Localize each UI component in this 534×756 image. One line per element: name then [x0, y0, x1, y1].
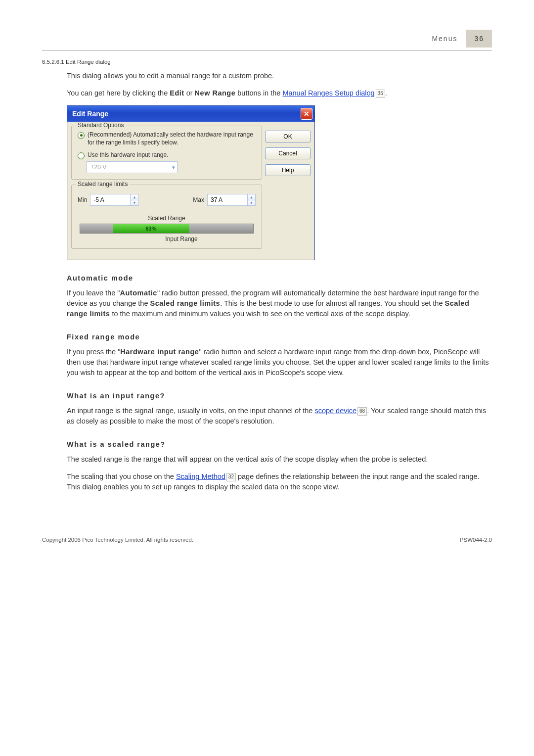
- scaled-range-group: Scaled range limits Min ▲▼ Max ▲▼: [71, 185, 262, 249]
- close-icon[interactable]: ✕: [301, 108, 312, 120]
- ok-button[interactable]: OK: [265, 131, 311, 142]
- help-button[interactable]: Help: [265, 164, 311, 176]
- scope-device-link[interactable]: scope device: [314, 407, 356, 415]
- edit-range-dialog: Edit Range ✕ Standard Options (Recommend…: [67, 105, 315, 260]
- max-down-icon[interactable]: ▼: [248, 200, 255, 206]
- chevron-down-icon: ▾: [172, 164, 175, 171]
- min-label: Min: [78, 196, 87, 203]
- min-up-icon[interactable]: ▲: [131, 194, 138, 200]
- automatic-mode-paragraph: If you leave the "Automatic" radio butto…: [67, 288, 492, 319]
- heading-automatic-mode: Automatic mode: [67, 274, 492, 282]
- page-ref-68: 68: [357, 407, 367, 416]
- radio-automatic-label: (Recommended) Automatically select the h…: [88, 131, 256, 146]
- dialog-titlebar: Edit Range ✕: [67, 106, 314, 122]
- scaled-range-caption: Scaled Range: [78, 215, 256, 222]
- hardware-range-value: ±20 V: [91, 164, 106, 171]
- range-bar-fill: 63%: [113, 224, 189, 233]
- standard-options-group: Standard Options (Recommended) Automatic…: [71, 126, 262, 180]
- footer-copyright: Copyright 2006 Pico Technology Limited. …: [42, 537, 193, 543]
- cancel-button[interactable]: Cancel: [265, 147, 311, 159]
- fixed-range-paragraph: If you press the "Hardware input range" …: [67, 347, 492, 378]
- heading-what-is-scaled-range: What is a scaled range?: [67, 440, 492, 448]
- max-stepper[interactable]: ▲▼: [207, 194, 256, 206]
- radio-hardware-range[interactable]: [78, 152, 85, 159]
- scaled-range-paragraph-2: The scaling that you chose on the Scalin…: [67, 472, 492, 492]
- page-ref-32: 32: [226, 473, 236, 481]
- intro-paragraph-2: You can get here by clicking the Edit or…: [67, 88, 492, 98]
- range-bar: 63%: [80, 224, 254, 234]
- header-divider: [42, 50, 492, 51]
- max-label: Max: [193, 196, 204, 203]
- max-input[interactable]: [208, 194, 247, 205]
- min-input[interactable]: [90, 194, 130, 205]
- radio-automatic[interactable]: [78, 132, 85, 139]
- footer-docid: PSW044-2.0: [460, 537, 492, 543]
- input-range-caption: Input Range: [78, 236, 256, 242]
- scaling-method-link[interactable]: Scaling Method: [176, 472, 225, 480]
- heading-what-is-input-range: What is an input range?: [67, 392, 492, 400]
- min-stepper[interactable]: ▲▼: [90, 194, 138, 206]
- scaled-range-legend: Scaled range limits: [76, 181, 130, 188]
- header-section: Menus: [432, 35, 457, 43]
- heading-fixed-range-mode: Fixed range mode: [67, 333, 492, 341]
- dialog-title: Edit Range: [72, 110, 108, 118]
- intro-paragraph-1: This dialog allows you to edit a manual …: [67, 71, 492, 81]
- hardware-range-select[interactable]: ±20 V ▾: [87, 161, 178, 173]
- min-down-icon[interactable]: ▼: [131, 200, 138, 206]
- section-number: 6.5.2.6.1 Edit Range dialog: [42, 59, 492, 65]
- max-up-icon[interactable]: ▲: [248, 194, 255, 200]
- page-number: 36: [466, 30, 492, 47]
- manual-ranges-link[interactable]: Manual Ranges Setup dialog: [282, 89, 374, 97]
- page-ref-35: 35: [376, 90, 385, 98]
- standard-options-legend: Standard Options: [76, 122, 126, 129]
- scaled-range-paragraph-1: The scaled range is the range that will …: [67, 454, 492, 465]
- input-range-paragraph: An input range is the signal range, usua…: [67, 406, 492, 426]
- radio-hardware-range-label: Use this hardware input range.: [88, 151, 168, 159]
